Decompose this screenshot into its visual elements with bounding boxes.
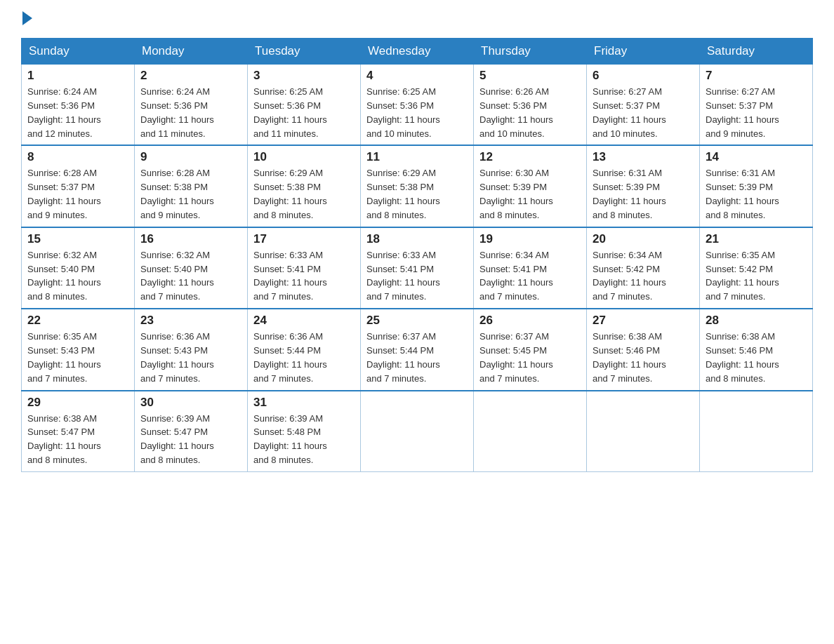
calendar-cell: 17 Sunrise: 6:33 AMSunset: 5:41 PMDaylig… xyxy=(248,227,361,309)
header-row: SundayMondayTuesdayWednesdayThursdayFrid… xyxy=(22,39,813,65)
calendar-cell: 30 Sunrise: 6:39 AMSunset: 5:47 PMDaylig… xyxy=(135,391,248,472)
calendar-cell: 11 Sunrise: 6:29 AMSunset: 5:38 PMDaylig… xyxy=(361,145,474,227)
day-number: 29 xyxy=(27,396,128,410)
week-row-1: 1 Sunrise: 6:24 AMSunset: 5:36 PMDayligh… xyxy=(22,65,813,146)
day-info: Sunrise: 6:38 AMSunset: 5:47 PMDaylight:… xyxy=(27,413,101,466)
day-info: Sunrise: 6:34 AMSunset: 5:41 PMDaylight:… xyxy=(479,250,553,302)
day-number: 18 xyxy=(366,232,468,246)
day-info: Sunrise: 6:29 AMSunset: 5:38 PMDaylight:… xyxy=(366,168,440,220)
day-number: 28 xyxy=(706,314,807,328)
calendar-cell: 25 Sunrise: 6:37 AMSunset: 5:44 PMDaylig… xyxy=(361,309,474,390)
day-info: Sunrise: 6:28 AMSunset: 5:38 PMDaylight:… xyxy=(140,168,214,220)
day-number: 11 xyxy=(366,150,468,164)
day-number: 19 xyxy=(479,232,581,246)
calendar-cell: 24 Sunrise: 6:36 AMSunset: 5:44 PMDaylig… xyxy=(248,309,361,390)
day-number: 25 xyxy=(366,314,468,328)
calendar-cell: 12 Sunrise: 6:30 AMSunset: 5:39 PMDaylig… xyxy=(474,145,587,227)
calendar-body: 1 Sunrise: 6:24 AMSunset: 5:36 PMDayligh… xyxy=(22,65,813,472)
day-info: Sunrise: 6:39 AMSunset: 5:47 PMDaylight:… xyxy=(140,413,214,466)
calendar-cell: 19 Sunrise: 6:34 AMSunset: 5:41 PMDaylig… xyxy=(474,227,587,309)
day-number: 21 xyxy=(706,232,807,246)
day-header-monday: Monday xyxy=(135,39,248,65)
week-row-3: 15 Sunrise: 6:32 AMSunset: 5:40 PMDaylig… xyxy=(22,227,813,309)
calendar-cell: 2 Sunrise: 6:24 AMSunset: 5:36 PMDayligh… xyxy=(135,65,248,146)
day-number: 23 xyxy=(140,314,241,328)
calendar-cell: 27 Sunrise: 6:38 AMSunset: 5:46 PMDaylig… xyxy=(587,309,700,390)
calendar-table: SundayMondayTuesdayWednesdayThursdayFrid… xyxy=(21,38,813,472)
day-number: 10 xyxy=(253,150,355,164)
calendar-cell: 20 Sunrise: 6:34 AMSunset: 5:42 PMDaylig… xyxy=(587,227,700,309)
calendar-cell: 1 Sunrise: 6:24 AMSunset: 5:36 PMDayligh… xyxy=(22,65,135,146)
calendar-cell xyxy=(700,391,813,472)
calendar-cell: 28 Sunrise: 6:38 AMSunset: 5:46 PMDaylig… xyxy=(700,309,813,390)
day-number: 24 xyxy=(253,314,355,328)
calendar-cell: 15 Sunrise: 6:32 AMSunset: 5:40 PMDaylig… xyxy=(22,227,135,309)
day-info: Sunrise: 6:36 AMSunset: 5:44 PMDaylight:… xyxy=(253,331,327,384)
day-header-saturday: Saturday xyxy=(700,39,813,65)
day-info: Sunrise: 6:25 AMSunset: 5:36 PMDaylight:… xyxy=(253,86,327,139)
calendar-cell: 4 Sunrise: 6:25 AMSunset: 5:36 PMDayligh… xyxy=(361,65,474,146)
day-info: Sunrise: 6:31 AMSunset: 5:39 PMDaylight:… xyxy=(706,168,779,220)
calendar-cell: 3 Sunrise: 6:25 AMSunset: 5:36 PMDayligh… xyxy=(248,65,361,146)
day-number: 15 xyxy=(27,232,128,246)
calendar-cell xyxy=(474,391,587,472)
calendar-cell: 7 Sunrise: 6:27 AMSunset: 5:37 PMDayligh… xyxy=(700,65,813,146)
day-number: 30 xyxy=(140,396,241,410)
day-info: Sunrise: 6:36 AMSunset: 5:43 PMDaylight:… xyxy=(140,331,214,384)
day-number: 6 xyxy=(593,69,694,83)
day-info: Sunrise: 6:29 AMSunset: 5:38 PMDaylight:… xyxy=(253,168,327,220)
day-number: 4 xyxy=(366,69,468,83)
calendar-cell: 26 Sunrise: 6:37 AMSunset: 5:45 PMDaylig… xyxy=(474,309,587,390)
calendar-cell: 31 Sunrise: 6:39 AMSunset: 5:48 PMDaylig… xyxy=(248,391,361,472)
day-info: Sunrise: 6:37 AMSunset: 5:44 PMDaylight:… xyxy=(366,331,440,384)
day-info: Sunrise: 6:27 AMSunset: 5:37 PMDaylight:… xyxy=(593,86,666,139)
day-number: 9 xyxy=(140,150,241,164)
logo xyxy=(21,14,32,25)
day-number: 1 xyxy=(27,69,128,83)
week-row-2: 8 Sunrise: 6:28 AMSunset: 5:37 PMDayligh… xyxy=(22,145,813,227)
day-info: Sunrise: 6:37 AMSunset: 5:45 PMDaylight:… xyxy=(479,331,553,384)
day-number: 2 xyxy=(140,69,241,83)
day-number: 7 xyxy=(706,69,807,83)
week-row-5: 29 Sunrise: 6:38 AMSunset: 5:47 PMDaylig… xyxy=(22,391,813,472)
calendar-cell: 13 Sunrise: 6:31 AMSunset: 5:39 PMDaylig… xyxy=(587,145,700,227)
day-info: Sunrise: 6:35 AMSunset: 5:42 PMDaylight:… xyxy=(706,250,779,302)
day-info: Sunrise: 6:32 AMSunset: 5:40 PMDaylight:… xyxy=(140,250,214,302)
calendar-cell: 5 Sunrise: 6:26 AMSunset: 5:36 PMDayligh… xyxy=(474,65,587,146)
day-number: 13 xyxy=(593,150,694,164)
calendar-cell: 16 Sunrise: 6:32 AMSunset: 5:40 PMDaylig… xyxy=(135,227,248,309)
calendar-cell: 18 Sunrise: 6:33 AMSunset: 5:41 PMDaylig… xyxy=(361,227,474,309)
calendar-cell xyxy=(587,391,700,472)
day-info: Sunrise: 6:34 AMSunset: 5:42 PMDaylight:… xyxy=(593,250,666,302)
day-number: 3 xyxy=(253,69,355,83)
day-info: Sunrise: 6:25 AMSunset: 5:36 PMDaylight:… xyxy=(366,86,440,139)
calendar-cell: 14 Sunrise: 6:31 AMSunset: 5:39 PMDaylig… xyxy=(700,145,813,227)
day-info: Sunrise: 6:39 AMSunset: 5:48 PMDaylight:… xyxy=(253,413,327,466)
day-header-sunday: Sunday xyxy=(22,39,135,65)
day-header-wednesday: Wednesday xyxy=(361,39,474,65)
day-info: Sunrise: 6:27 AMSunset: 5:37 PMDaylight:… xyxy=(706,86,779,139)
calendar-header: SundayMondayTuesdayWednesdayThursdayFrid… xyxy=(22,39,813,65)
day-number: 17 xyxy=(253,232,355,246)
day-info: Sunrise: 6:30 AMSunset: 5:39 PMDaylight:… xyxy=(479,168,553,220)
day-info: Sunrise: 6:24 AMSunset: 5:36 PMDaylight:… xyxy=(140,86,214,139)
calendar-cell: 8 Sunrise: 6:28 AMSunset: 5:37 PMDayligh… xyxy=(22,145,135,227)
day-header-tuesday: Tuesday xyxy=(248,39,361,65)
day-number: 5 xyxy=(479,69,581,83)
day-number: 16 xyxy=(140,232,241,246)
logo-blue-part xyxy=(21,14,32,25)
day-number: 22 xyxy=(27,314,128,328)
day-info: Sunrise: 6:32 AMSunset: 5:40 PMDaylight:… xyxy=(27,250,101,302)
calendar-cell: 10 Sunrise: 6:29 AMSunset: 5:38 PMDaylig… xyxy=(248,145,361,227)
calendar-cell: 23 Sunrise: 6:36 AMSunset: 5:43 PMDaylig… xyxy=(135,309,248,390)
calendar-cell xyxy=(361,391,474,472)
day-number: 26 xyxy=(479,314,581,328)
day-info: Sunrise: 6:33 AMSunset: 5:41 PMDaylight:… xyxy=(366,250,440,302)
calendar-cell: 22 Sunrise: 6:35 AMSunset: 5:43 PMDaylig… xyxy=(22,309,135,390)
day-number: 8 xyxy=(27,150,128,164)
calendar-cell: 29 Sunrise: 6:38 AMSunset: 5:47 PMDaylig… xyxy=(22,391,135,472)
day-info: Sunrise: 6:33 AMSunset: 5:41 PMDaylight:… xyxy=(253,250,327,302)
day-header-thursday: Thursday xyxy=(474,39,587,65)
day-info: Sunrise: 6:38 AMSunset: 5:46 PMDaylight:… xyxy=(706,331,779,384)
week-row-4: 22 Sunrise: 6:35 AMSunset: 5:43 PMDaylig… xyxy=(22,309,813,390)
